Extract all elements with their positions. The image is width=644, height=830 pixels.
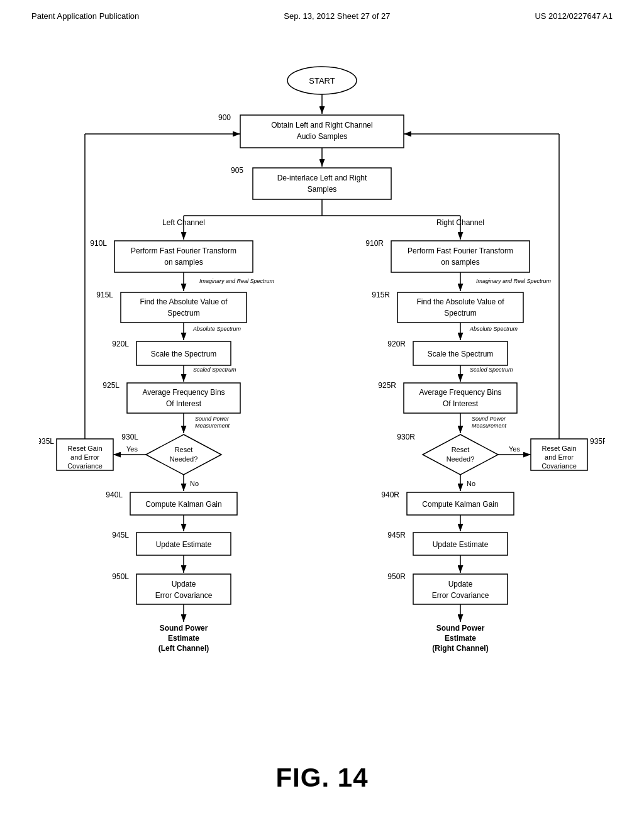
svg-text:Sound Power: Sound Power (472, 416, 506, 422)
svg-text:Obtain Left and Right Channel: Obtain Left and Right Channel (271, 121, 372, 130)
svg-text:Perform Fast Fourier Transform: Perform Fast Fourier Transform (408, 246, 513, 255)
svg-text:Sound Power: Sound Power (160, 624, 208, 633)
svg-text:Measurement: Measurement (472, 423, 507, 429)
svg-text:(Right Channel): (Right Channel) (432, 644, 488, 653)
svg-text:Spectrum: Spectrum (167, 309, 199, 318)
svg-text:Reset: Reset (175, 446, 193, 453)
header-left: Patent Application Publication (31, 11, 139, 21)
svg-text:910R: 910R (365, 239, 384, 248)
svg-text:on samples: on samples (164, 258, 203, 267)
svg-text:Sound Power: Sound Power (436, 624, 485, 633)
svg-text:Reset Gain: Reset Gain (67, 445, 102, 452)
svg-text:Absolute Spectrum: Absolute Spectrum (469, 326, 518, 332)
svg-text:Right Channel: Right Channel (436, 218, 484, 227)
svg-text:Of Interest: Of Interest (443, 399, 479, 408)
svg-text:Of Interest: Of Interest (166, 399, 202, 408)
svg-text:Measurement: Measurement (195, 423, 230, 429)
svg-text:920R: 920R (387, 340, 406, 348)
svg-rect-9 (253, 168, 391, 199)
page-header: Patent Application Publication Sep. 13, … (0, 0, 644, 27)
svg-text:Find the Absolute Value of: Find the Absolute Value of (416, 297, 504, 306)
svg-text:935L: 935L (39, 437, 54, 446)
svg-text:Error Covariance: Error Covariance (155, 591, 213, 600)
svg-text:Imaginary and Real Spectrum: Imaginary and Real Spectrum (199, 278, 275, 284)
svg-rect-4 (240, 115, 404, 148)
svg-text:945R: 945R (387, 531, 406, 540)
header-right: US 2012/0227647 A1 (535, 11, 613, 21)
svg-text:950R: 950R (387, 572, 406, 581)
svg-text:Compute Kalman Gain: Compute Kalman Gain (145, 500, 221, 509)
svg-text:Yes: Yes (126, 445, 138, 453)
svg-text:Update: Update (172, 580, 196, 589)
svg-text:Covariance: Covariance (67, 462, 103, 470)
svg-text:START: START (309, 76, 335, 86)
svg-text:910L: 910L (90, 239, 107, 248)
svg-text:No: No (467, 480, 475, 487)
svg-text:Estimate: Estimate (168, 634, 199, 643)
svg-text:Covariance: Covariance (541, 462, 577, 470)
svg-text:Imaginary and Real Spectrum: Imaginary and Real Spectrum (476, 278, 552, 284)
svg-text:Sound Power: Sound Power (195, 416, 230, 422)
svg-text:Compute Kalman Gain: Compute Kalman Gain (422, 500, 498, 509)
svg-text:940R: 940R (381, 490, 399, 499)
svg-text:Estimate: Estimate (445, 634, 476, 643)
svg-text:900: 900 (218, 113, 231, 122)
svg-text:Scale the Spectrum: Scale the Spectrum (151, 350, 217, 358)
svg-text:No: No (190, 480, 199, 487)
svg-text:925R: 925R (378, 381, 396, 390)
svg-text:Reset: Reset (452, 446, 470, 453)
svg-text:925L: 925L (103, 381, 119, 390)
svg-text:Left Channel: Left Channel (162, 218, 205, 227)
svg-text:Audio Samples: Audio Samples (297, 132, 348, 141)
svg-text:Reset Gain: Reset Gain (541, 445, 576, 452)
svg-text:Needed?: Needed? (170, 455, 198, 463)
svg-text:Spectrum: Spectrum (444, 309, 476, 318)
svg-text:940L: 940L (106, 490, 123, 499)
svg-text:De-interlace Left and Right: De-interlace Left and Right (277, 174, 367, 182)
svg-text:930R: 930R (397, 433, 415, 441)
svg-text:on samples: on samples (441, 258, 479, 267)
svg-text:930L: 930L (121, 433, 138, 441)
svg-text:Average Frequency Bins: Average Frequency Bins (142, 388, 225, 397)
svg-text:Yes: Yes (509, 445, 520, 453)
fig-label: FIG. 14 (0, 763, 644, 793)
flowchart-svg: START Obtain Left and Right Channel Audi… (39, 40, 605, 731)
svg-text:Error Covariance: Error Covariance (432, 591, 489, 600)
svg-marker-73 (423, 434, 498, 475)
svg-text:(Left Channel): (Left Channel) (158, 644, 209, 653)
header-center: Sep. 13, 2012 Sheet 27 of 27 (284, 11, 390, 21)
svg-text:920L: 920L (112, 340, 129, 348)
svg-text:Absolute Spectrum: Absolute Spectrum (192, 326, 242, 332)
svg-text:Scaled Spectrum: Scaled Spectrum (470, 367, 513, 373)
diagram-container: START Obtain Left and Right Channel Audi… (0, 27, 644, 756)
svg-text:Update: Update (448, 580, 473, 589)
svg-text:915L: 915L (96, 290, 113, 299)
svg-text:950L: 950L (112, 572, 129, 581)
svg-text:Scale the Spectrum: Scale the Spectrum (428, 350, 494, 358)
svg-rect-25 (391, 241, 530, 272)
svg-text:Find the Absolute Value of: Find the Absolute Value of (140, 297, 228, 306)
svg-text:Update Estimate: Update Estimate (156, 540, 212, 549)
svg-text:and Error: and Error (545, 453, 574, 461)
svg-text:and Error: and Error (70, 453, 99, 461)
svg-text:Update Estimate: Update Estimate (433, 540, 489, 549)
svg-text:935R: 935R (590, 437, 605, 446)
svg-text:915R: 915R (372, 290, 390, 299)
svg-text:Perform Fast Fourier Transform: Perform Fast Fourier Transform (131, 246, 236, 255)
svg-rect-21 (114, 241, 253, 272)
svg-text:Scaled Spectrum: Scaled Spectrum (193, 367, 236, 373)
svg-text:Average Frequency Bins: Average Frequency Bins (419, 388, 501, 397)
svg-text:905: 905 (231, 166, 243, 175)
svg-marker-69 (146, 434, 221, 475)
svg-text:Samples: Samples (308, 185, 337, 194)
svg-text:Needed?: Needed? (447, 455, 475, 463)
svg-text:945L: 945L (112, 531, 129, 540)
